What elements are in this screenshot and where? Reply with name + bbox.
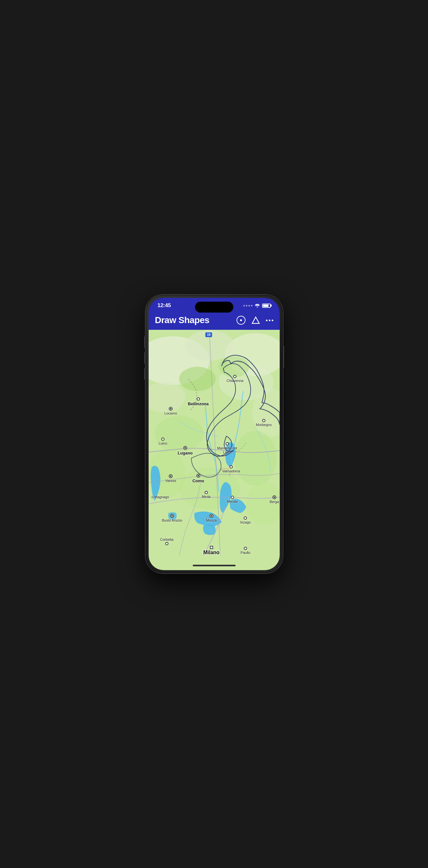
city-name-mandello: Mandello delLario [217, 446, 237, 455]
city-dot-inzago [244, 517, 247, 520]
city-dot-busto [170, 514, 174, 518]
battery-icon [262, 304, 271, 308]
city-dot-monza [209, 514, 213, 518]
status-icons [243, 303, 271, 308]
battery-fill [263, 305, 269, 307]
city-dot-bellinzona [196, 398, 200, 401]
city-dot-meda [205, 491, 208, 494]
city-name-bellinzona: Bellinzona [188, 401, 209, 406]
svg-point-10 [234, 431, 276, 486]
city-name-lugano: Lugano [178, 451, 193, 456]
target-icon [237, 316, 245, 325]
city-dot-corbetta [165, 542, 169, 545]
more-icon [266, 319, 273, 321]
wifi-icon [254, 303, 260, 308]
city-dot-como [196, 474, 200, 478]
triangle-button[interactable] [251, 316, 260, 325]
city-lugano: Lugano [178, 446, 193, 456]
city-busto: Busto Arsizio [162, 514, 183, 522]
city-valmadrera: Valmadrera [222, 465, 240, 473]
status-time: 12:45 [158, 302, 171, 309]
city-name-meda: Meda [202, 495, 211, 499]
phone-screen: 12:45 [149, 298, 280, 570]
signal-indicator [243, 305, 252, 307]
city-name-monza: Monza [206, 518, 217, 522]
city-dot-luino [161, 437, 164, 441]
app-screen: 12:45 [149, 298, 280, 570]
city-milano: Milano [203, 546, 220, 555]
city-name-merate: Merate [227, 499, 238, 503]
city-name-locarno: Locarno [164, 411, 177, 415]
city-name-busto: Busto Arsizio [162, 518, 183, 522]
city-marker-milano [210, 546, 213, 549]
city-name-morbegno: Morbegno [256, 423, 272, 427]
city-dot-valmadrera [230, 465, 233, 468]
svg-point-8 [219, 356, 249, 377]
city-dot-mandello [226, 442, 229, 445]
city-dot-chiavenna [233, 375, 237, 378]
signal-dot-4 [251, 305, 252, 307]
city-dot-morbegno [262, 419, 265, 422]
city-name-chiavenna: Chiavenna [226, 379, 244, 382]
city-chiavenna: Chiavenna [226, 375, 244, 382]
city-dot-varese [169, 474, 173, 478]
dynamic-island [195, 302, 233, 313]
nav-bar: Draw Shapes [149, 311, 280, 330]
city-bergamo: Berga [270, 495, 279, 504]
city-bellinzona: Bellinzona [188, 398, 209, 406]
city-dot-merate [231, 496, 234, 499]
home-indicator-area [149, 562, 280, 570]
city-como: Como [192, 474, 204, 483]
svg-point-7 [179, 367, 215, 391]
city-name-milano: Milano [203, 550, 220, 555]
city-name-valmadrera: Valmadrera [222, 469, 240, 473]
map-view[interactable]: 19 Chiavenna Bellinzona Locarno [149, 330, 280, 562]
city-monza: Monza [206, 514, 217, 522]
city-name-inzago: Inzago [240, 520, 251, 524]
city-dot-bergamo [272, 495, 276, 499]
city-dot-paullo [244, 547, 247, 550]
signal-dot-1 [243, 305, 245, 307]
city-varese: Varese [165, 474, 176, 483]
city-meda: Meda [202, 491, 211, 499]
map-background [149, 330, 280, 562]
city-merate: Merate [227, 496, 238, 503]
more-button[interactable] [266, 319, 273, 321]
city-name-bergamo: Berga [270, 500, 279, 504]
city-name-luino: Luino [158, 441, 167, 445]
page-title: Draw Shapes [155, 315, 237, 326]
road-badge-19: 19 [206, 332, 212, 337]
triangle-icon [251, 316, 260, 325]
city-paullo: Paullo [241, 547, 251, 555]
city-name-varese: Varese [165, 479, 176, 483]
city-luino: Luino [158, 437, 167, 445]
phone-device: 12:45 [146, 294, 283, 574]
nav-action-icons [237, 316, 273, 325]
city-corbetta: Corbetta [160, 537, 174, 545]
city-name-como: Como [192, 478, 204, 483]
city-name-paullo: Paullo [241, 551, 251, 555]
city-inzago: Inzago [240, 517, 251, 524]
city-dot-locarno [169, 407, 173, 411]
status-bar: 12:45 [149, 298, 280, 311]
home-indicator-bar [193, 565, 236, 566]
city-dot-lugano [183, 446, 187, 450]
city-morbegno: Morbegno [256, 419, 272, 427]
target-button[interactable] [237, 316, 245, 325]
city-name-magnago: o Magnago [152, 495, 169, 499]
city-locarno: Locarno [164, 407, 177, 415]
city-name-corbetta: Corbetta [160, 537, 174, 541]
city-mandello: Mandello delLario [217, 442, 237, 455]
signal-dot-2 [246, 305, 247, 307]
signal-dot-3 [248, 305, 250, 307]
city-magnago: o Magnago [152, 495, 169, 499]
